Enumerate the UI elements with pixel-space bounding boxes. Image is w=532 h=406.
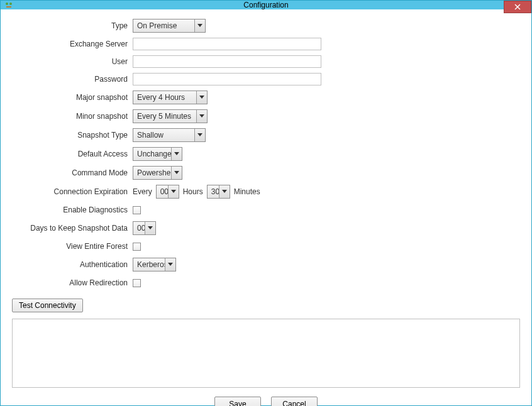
user-input[interactable] [133,55,321,68]
close-icon [514,4,521,10]
conn-hours-label: Hours [183,187,203,196]
minor-snapshot-value: Every 5 Minutes [133,110,196,123]
chevron-down-icon [196,110,207,123]
days-to-keep-select[interactable]: 00 [133,221,156,235]
command-mode-value: Powershell [133,167,171,179]
client-area: Type On Premise Exchange Server [1,9,531,406]
chevron-down-icon [194,19,205,32]
test-connectivity-button[interactable]: Test Connectivity [12,299,83,312]
type-label: Type [12,21,133,30]
connection-expiration-label: Connection Expiration [12,187,133,196]
snapshot-type-value: Shallow [133,129,194,141]
user-label: User [12,57,133,66]
close-button[interactable] [504,1,531,13]
conn-minutes-value: 30 [208,185,219,198]
authentication-select[interactable]: Kerberos [133,258,176,272]
exchange-server-input[interactable] [133,38,321,50]
enable-diagnostics-label: Enable Diagnostics [12,206,133,214]
password-input[interactable] [133,73,321,85]
view-entire-forest-checkbox[interactable] [133,243,141,251]
default-access-value: Unchanged [133,148,171,160]
conn-every-label: Every [133,187,152,196]
test-row: Test Connectivity [12,299,520,312]
enable-diagnostics-checkbox[interactable] [133,206,141,214]
chevron-down-icon [194,129,205,141]
allow-redirection-checkbox[interactable] [133,279,141,287]
cancel-button[interactable]: Cancel [271,397,318,406]
chevron-down-icon [168,185,179,198]
titlebar: Configuration [1,1,531,9]
command-mode-label: Command Mode [12,168,133,177]
snapshot-type-select[interactable]: Shallow [133,128,206,142]
default-access-select[interactable]: Unchanged [133,147,182,161]
major-snapshot-value: Every 4 Hours [133,91,196,104]
password-label: Password [12,75,133,84]
svg-rect-2 [6,6,11,8]
configuration-window: Configuration Type On Premise [0,0,532,406]
conn-hours-value: 00 [157,185,168,198]
days-to-keep-label: Days to Keep Snapshot Data [12,224,133,233]
major-snapshot-label: Major snapshot [12,93,133,102]
conn-minutes-label: Minutes [234,187,260,196]
exchange-server-label: Exchange Server [12,40,133,48]
chevron-down-icon [171,148,182,160]
minor-snapshot-label: Minor snapshot [12,112,133,121]
authentication-label: Authentication [12,260,133,269]
window-title: Configuration [1,1,531,9]
snapshot-type-label: Snapshot Type [12,131,133,140]
chevron-down-icon [171,167,182,179]
output-textbox[interactable] [12,319,520,388]
app-icon [4,1,13,9]
default-access-label: Default Access [12,150,133,158]
days-to-keep-value: 00 [133,222,145,234]
chevron-down-icon [196,91,207,104]
view-entire-forest-label: View Entire Forest [12,242,133,251]
chevron-down-icon [165,258,175,271]
chevron-down-icon [145,222,155,234]
authentication-value: Kerberos [133,258,165,271]
type-select[interactable]: On Premise [133,19,206,33]
configuration-form: Type On Premise Exchange Server [12,18,520,290]
type-select-value: On Premise [133,19,194,32]
major-snapshot-select[interactable]: Every 4 Hours [133,91,208,104]
conn-minutes-select[interactable]: 30 [207,185,230,199]
svg-point-1 [9,3,12,5]
svg-point-0 [6,3,8,5]
allow-redirection-label: Allow Redirection [12,278,133,287]
chevron-down-icon [219,185,230,198]
save-button[interactable]: Save [214,397,261,406]
footer-buttons: Save Cancel [12,388,520,406]
conn-hours-select[interactable]: 00 [156,185,179,199]
minor-snapshot-select[interactable]: Every 5 Minutes [133,109,208,123]
command-mode-select[interactable]: Powershell [133,166,182,180]
